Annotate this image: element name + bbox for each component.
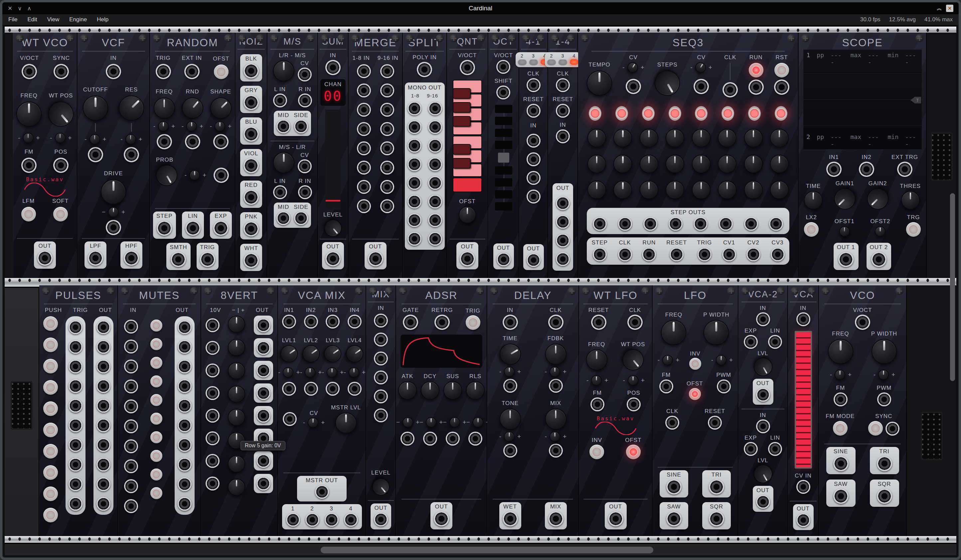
octave-slot[interactable] (495, 178, 512, 186)
gain-knob[interactable] (228, 316, 245, 333)
pwm-trim[interactable] (878, 369, 889, 380)
mix-in-port[interactable] (374, 314, 388, 327)
lvl3-knob[interactable] (321, 342, 345, 366)
pnk-out-port[interactable] (244, 221, 259, 236)
push-button[interactable] (43, 337, 58, 352)
fm-trim[interactable] (662, 355, 673, 366)
wht-out-port[interactable] (244, 253, 259, 268)
step-gate-out-port[interactable] (593, 247, 607, 262)
lvl2-knob[interactable] (299, 342, 323, 366)
hpf-out-port[interactable] (124, 250, 139, 266)
out-port[interactable] (325, 251, 341, 266)
trig-in-port[interactable] (69, 457, 82, 472)
step-out-port[interactable] (694, 217, 707, 231)
split-out-port[interactable] (408, 101, 421, 116)
octave-slot[interactable] (495, 129, 512, 137)
octave-slot[interactable] (495, 190, 512, 199)
res-cv-trim[interactable] (125, 134, 136, 144)
cv-port[interactable] (423, 432, 437, 446)
cv-port[interactable] (348, 382, 362, 396)
fm-port[interactable] (659, 379, 673, 393)
gate-out-port[interactable] (96, 359, 111, 374)
split-out-port[interactable] (428, 157, 442, 171)
cv-port[interactable] (304, 382, 318, 396)
vert-in-port[interactable] (206, 318, 220, 332)
cv2-step-knob[interactable] (613, 155, 632, 173)
gate-port[interactable] (403, 314, 418, 330)
vert-in-port[interactable] (206, 409, 220, 423)
mute-in-port[interactable] (124, 419, 138, 433)
rnd-knob[interactable] (177, 93, 207, 123)
vertical-scrollbar-handle[interactable] (950, 193, 955, 381)
step-out-port[interactable] (744, 217, 758, 231)
mix-in-port[interactable] (374, 351, 388, 366)
cv2-step-knob[interactable] (587, 155, 606, 173)
mute-out-port[interactable] (178, 399, 191, 413)
out-port[interactable] (374, 512, 388, 526)
in-port[interactable] (106, 64, 121, 79)
module-ms[interactable]: M/S L/R - M/S CV L IN R IN MID SIDE M/S … (267, 32, 318, 278)
mute-in-port[interactable] (124, 499, 138, 513)
split-out-port[interactable] (428, 194, 442, 209)
cv-port[interactable] (326, 382, 340, 396)
gate-out-port[interactable] (96, 340, 111, 354)
vert-out-port[interactable] (257, 477, 270, 491)
inv-button[interactable] (590, 444, 604, 459)
module-delay[interactable]: DELAY IN CLK TIME-+ FDBK-+ TONE-+ MIX-+ … (487, 285, 579, 536)
mute-button[interactable] (150, 487, 162, 499)
tempo-cv-trim[interactable] (625, 60, 640, 75)
module-merge[interactable]: MERGE 1-8 IN 9-16 IN OUT (349, 32, 403, 278)
mute-in-port[interactable] (124, 439, 138, 453)
split-out-port[interactable] (408, 120, 421, 134)
push-button[interactable] (43, 401, 58, 416)
soft-button[interactable] (53, 207, 68, 221)
mstr-lvl-knob[interactable] (335, 412, 357, 434)
trig-in-port[interactable] (69, 418, 82, 432)
smth-out-port[interactable] (170, 252, 186, 267)
freq-knob[interactable] (586, 349, 607, 371)
in1-port[interactable] (527, 134, 540, 148)
merge-in-port[interactable] (380, 160, 394, 175)
rnd-trim[interactable] (186, 121, 197, 132)
split-out-port[interactable] (428, 232, 442, 246)
sync-port[interactable] (885, 422, 900, 436)
mid-out2-port[interactable] (276, 211, 290, 225)
push-button[interactable] (43, 380, 58, 395)
out3-port[interactable] (556, 233, 570, 247)
menu-file[interactable]: File (8, 16, 17, 23)
mute-button[interactable] (150, 469, 162, 481)
in4-port[interactable] (527, 189, 540, 204)
ch1-out-port[interactable] (286, 513, 300, 527)
gate-out-port[interactable] (96, 418, 111, 432)
trg-button[interactable] (906, 222, 921, 237)
freq-knob[interactable] (154, 98, 175, 119)
key-c-sharp[interactable] (453, 158, 471, 168)
out1-port[interactable] (556, 196, 570, 210)
pos-port[interactable] (53, 157, 69, 173)
step-out-port[interactable] (669, 217, 683, 231)
module-vca-2[interactable]: VCA-2 IN EXP LIN LVL OUT IN EXP LIN LVL (738, 285, 788, 536)
wavetable-name[interactable]: Basic.wav (597, 416, 635, 422)
vert-in-port[interactable] (206, 477, 220, 491)
cutoff-knob[interactable] (83, 95, 108, 121)
run-button-active[interactable] (749, 63, 763, 77)
mute-out-port[interactable] (178, 379, 191, 393)
pwm-port[interactable] (717, 379, 731, 393)
drive-cv-port[interactable] (106, 220, 121, 235)
freq-knob[interactable] (828, 339, 853, 364)
octave-slot[interactable] (495, 141, 512, 149)
trig-port[interactable] (156, 64, 171, 79)
gate-out-port[interactable] (96, 379, 111, 393)
sus-knob[interactable] (444, 381, 462, 400)
key-f-sharp[interactable] (453, 116, 471, 127)
gate-out-port[interactable] (96, 320, 111, 334)
module-sum[interactable]: SUM IN CHAN 00 LEVEL OUT (318, 32, 349, 278)
sine-out-port[interactable] (666, 479, 681, 494)
cv3-step-knob[interactable] (665, 181, 684, 199)
out2-port[interactable] (556, 215, 570, 229)
lvl1-knob[interactable] (750, 354, 775, 379)
cv3-step-knob[interactable] (692, 181, 710, 199)
merge-in-port[interactable] (357, 83, 371, 98)
cv-trim[interactable] (327, 367, 337, 378)
vert-out-port[interactable] (257, 386, 270, 400)
